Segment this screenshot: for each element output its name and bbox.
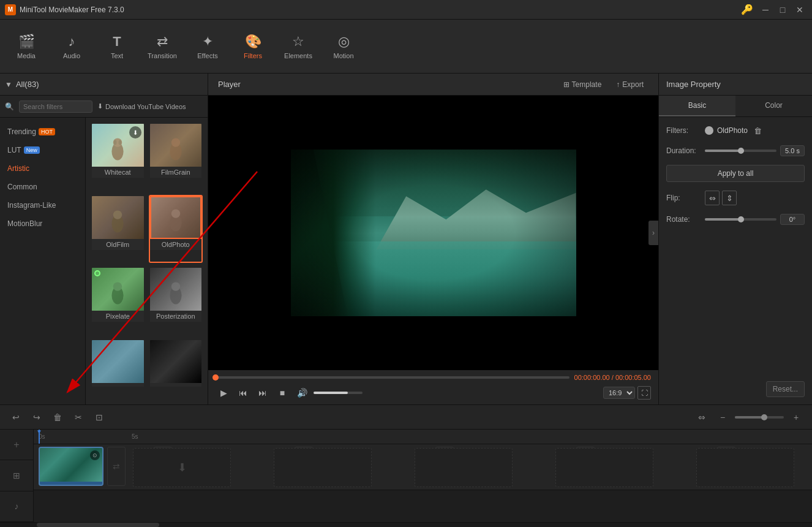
category-common[interactable]: Common [0,178,85,196]
filter-pixelate[interactable]: Pixelate [91,267,145,335]
zoom-out-btn[interactable]: − [714,409,731,426]
rotate-row: Rotate: 0° [666,214,805,225]
transition-slot-1[interactable]: ⇄ [107,447,126,486]
toolbar-text[interactable]: T Text [96,25,138,69]
motion-icon: ◎ [338,34,350,50]
volume-slider[interactable] [314,392,363,394]
crop-button[interactable]: ⊡ [91,409,108,426]
search-input[interactable] [19,100,92,113]
filter-oldphoto[interactable]: OldPhoto [149,195,203,264]
filter-filmgrain[interactable]: FilmGrain [149,123,203,191]
empty-slot-3[interactable] [415,448,513,487]
progress-thumb[interactable] [212,374,219,381]
rotate-slider[interactable] [705,218,776,221]
filter-oldfilm-name: OldFilm [92,239,144,250]
timeline-left-tools: ↩ ↪ 🗑 ✂ ⊡ [7,409,108,426]
volume-area: 🔊 [294,385,363,401]
lut-label: LUT [7,146,21,154]
property-tabs: Basic Color [659,96,812,117]
scrollbar-thumb[interactable] [37,523,159,527]
filter-item7[interactable] [91,339,145,400]
filter-item8[interactable] [149,339,203,400]
all-filters-label: All(83) [16,80,39,89]
property-content: Filters: OldPhoto 🗑 Duration: 5.0 s [659,117,812,404]
tab-color[interactable]: Color [735,96,812,116]
zoom-slider[interactable] [735,416,784,419]
tab-basic[interactable]: Basic [659,96,735,116]
toolbar-motion[interactable]: ◎ Motion [322,25,365,69]
expand-timeline-btn[interactable]: ⇔ [693,409,710,426]
empty-slot-1[interactable]: ⬇ [133,448,231,487]
export-button[interactable]: ↑ Export [611,78,648,91]
toolbar: 🎬 Media ♪ Audio T Text ⇄ Transition ✦ Ef… [0,20,812,74]
cut-button[interactable]: ✂ [70,409,87,426]
flip-vertical-btn[interactable]: ⇕ [722,191,737,205]
redo-button[interactable]: ↪ [28,409,45,426]
player-header-buttons: ⊞ Template ↑ Export [558,78,648,91]
media-icon: 🎬 [18,34,35,50]
apply-all-button[interactable]: Apply to all [666,165,805,182]
filter-posterization[interactable]: Posterization [149,267,203,335]
left-panel: ▼ All(83) 🔍 ⬇ Download YouTube Videos Tr… [0,74,208,404]
stop-button[interactable]: ■ [274,385,290,401]
clip-item[interactable]: ⊙ [39,447,103,486]
title-bar: M MiniTool MovieMaker Free 7.3.0 🔑 ─ □ ✕ [0,0,812,20]
template-button[interactable]: ⊞ Template [558,78,607,91]
prev-button[interactable]: ⏮ [235,385,251,401]
filter-oldphoto-name: OldPhoto [150,239,202,250]
filter-pixelate-name: Pixelate [92,311,144,322]
rotate-slider-fill [705,218,741,221]
download-link[interactable]: ⬇ Download YouTube Videos [97,102,186,110]
toolbar-audio[interactable]: ♪ Audio [50,25,93,69]
horizontal-scrollbar[interactable] [0,522,812,527]
expand-icon[interactable]: ▼ [5,80,12,89]
toolbar-elements[interactable]: ☆ Elements [277,25,320,69]
play-button[interactable]: ▶ [216,385,231,401]
toolbar-effects[interactable]: ✦ Effects [186,25,229,69]
minimize-button[interactable]: ─ [758,2,773,17]
duration-slider-thumb[interactable] [738,148,744,154]
filter-download-btn[interactable]: ⬇ [129,126,141,138]
filter-pixelate-thumb [92,268,144,311]
progress-bar[interactable] [216,376,570,379]
zoom-in-btn[interactable]: + [788,409,805,426]
empty-slot-5[interactable] [696,448,794,487]
player-area: Player ⊞ Template ↑ Export [208,74,659,404]
category-trending[interactable]: Trending HOT [0,123,85,141]
aspect-ratio-select[interactable]: 16:9 4:3 1:1 9:16 [603,387,635,399]
fullscreen-button[interactable]: ⛶ [637,386,651,400]
empty-slot-4[interactable] [555,448,653,487]
close-button[interactable]: ✕ [792,2,807,17]
transition-icon: ⇄ [157,34,168,50]
flip-horizontal-btn[interactable]: ⇔ [705,191,720,205]
category-motionblur[interactable]: MotionBlur [0,214,85,233]
text-label: Text [111,52,123,59]
category-lut[interactable]: LUT New [0,141,85,159]
toolbar-transition[interactable]: ⇄ Transition [141,25,184,69]
filters-icon: 🎨 [245,34,261,50]
duration-slider[interactable] [705,150,776,152]
rotate-slider-thumb[interactable] [738,216,744,222]
progress-bar-row: 00:00:00.00 / 00:00:05.00 [216,374,651,381]
zoom-thumb[interactable] [761,414,767,420]
panel-collapse-btn[interactable]: › [648,221,658,245]
category-instagram[interactable]: Instagram-Like [0,196,85,214]
zoom-fill [735,416,764,419]
toolbar-media[interactable]: 🎬 Media [5,25,48,69]
category-artistic[interactable]: Artistic [0,159,85,178]
empty-slot-2[interactable] [274,448,372,487]
filter-delete-btn[interactable]: 🗑 [751,124,764,137]
aspect-ratio-control: 16:9 4:3 1:1 9:16 ⛶ [603,386,651,400]
reset-button[interactable]: Reset... [766,381,805,397]
download-text: Download YouTube Videos [105,103,186,110]
volume-icon[interactable]: 🔊 [294,385,310,401]
toolbar-filters[interactable]: 🎨 Filters [231,25,274,69]
maximize-button[interactable]: □ [775,2,790,17]
filter-oldfilm[interactable]: OldFilm [91,195,145,264]
filter-whitecat[interactable]: ⬇ Whitecat [91,123,145,191]
delete-clip-button[interactable]: 🗑 [49,409,66,426]
add-track-btn[interactable]: + [0,430,33,460]
undo-button[interactable]: ↩ [7,409,24,426]
next-button[interactable]: ⏭ [255,385,271,401]
svg-point-2 [114,140,117,145]
